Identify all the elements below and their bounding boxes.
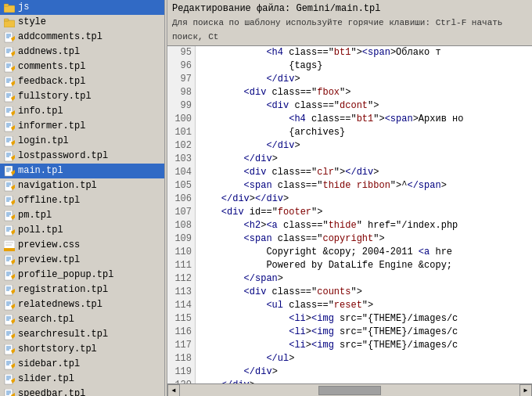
sidebar-item-js[interactable]: js <box>0 0 164 15</box>
line-number: 97 <box>171 73 192 86</box>
sidebar-item-comments-tpl[interactable]: comments.tpl <box>0 59 164 74</box>
sidebar-item-lostpassword-tpl[interactable]: lostpassword.tpl <box>0 149 164 164</box>
sidebar-item-addcomments-tpl[interactable]: addcomments.tpl <box>0 30 164 45</box>
code-line: </div> <box>199 73 529 86</box>
hscroll-track[interactable] <box>192 386 507 395</box>
sidebar-item-shortstory-tpl[interactable]: shortstory.tpl <box>0 342 164 357</box>
editor-hscroll[interactable]: ◀ ▶ <box>167 383 532 396</box>
editor-hint: Для поиска по шаблону используйте горячи… <box>172 16 527 44</box>
line-number: 115 <box>171 312 192 326</box>
code-line: <div class=="dcont"> <box>199 99 529 113</box>
sidebar-item-searchresult-tpl[interactable]: searchresult.tpl <box>0 327 164 342</box>
line-number: 113 <box>171 286 192 299</box>
sidebar-item-speedbar-tpl[interactable]: speedbar.tpl <box>0 387 164 396</box>
sidebar-item-label: fullstory.tpl <box>18 90 92 103</box>
sidebar-item-informer-tpl[interactable]: informer.tpl <box>0 119 164 134</box>
line-number: 114 <box>171 299 192 312</box>
line-number: 99 <box>171 99 192 113</box>
tpl-icon <box>3 225 16 236</box>
sidebar-item-search-tpl[interactable]: search.tpl <box>0 312 164 327</box>
sidebar-item-offline-tpl[interactable]: offline.tpl <box>0 193 164 208</box>
sidebar-item-navigation-tpl[interactable]: navigation.tpl <box>0 178 164 193</box>
sidebar-item-main-tpl[interactable]: main.tpl <box>0 164 164 178</box>
sidebar-item-label: feedback.tpl <box>18 75 85 88</box>
line-number: 101 <box>171 126 192 139</box>
tpl-icon <box>3 77 16 88</box>
sidebar-item-style[interactable]: style <box>0 15 164 30</box>
sidebar-item-fullstory-tpl[interactable]: fullstory.tpl <box>0 89 164 104</box>
code-line: </div> <box>199 365 529 379</box>
sidebar-item-label: addcomments.tpl <box>18 31 102 44</box>
tpl-icon <box>3 106 16 117</box>
tpl-icon <box>3 92 16 103</box>
sidebar-item-profile_popup-tpl[interactable]: profile_popup.tpl <box>0 268 164 283</box>
sidebar-item-addnews-tpl[interactable]: addnews.tpl <box>0 45 164 59</box>
code-line: {archives} <box>199 126 529 139</box>
sidebar-item-login-tpl[interactable]: login.tpl <box>0 134 164 149</box>
folder-icon <box>3 2 16 13</box>
code-line: <h4 class=="bt1"><span>Облако т <box>199 46 529 59</box>
code-line: <span class=="thide ribbon">^</span> <box>199 179 529 193</box>
tpl-icon <box>3 136 16 147</box>
line-number: 96 <box>171 59 192 73</box>
line-number: 103 <box>171 153 192 166</box>
line-number: 108 <box>171 219 192 232</box>
line-numbers: 9596979899100101102103104105106107108109… <box>167 46 196 383</box>
hscroll-left-btn[interactable]: ◀ <box>167 384 180 397</box>
sidebar-item-label: registration.tpl <box>18 283 108 297</box>
code-line: <div class=="fbox"> <box>199 86 529 99</box>
line-number: 107 <box>171 206 192 219</box>
sidebar-item-poll-tpl[interactable]: poll.tpl <box>0 223 164 238</box>
hscroll-thumb[interactable] <box>318 386 381 395</box>
sidebar-item-pm-tpl[interactable]: pm.tpl <box>0 208 164 223</box>
code-line: Copyright &copy; 2004-2011 <a hre <box>199 246 529 259</box>
code-line: <li><img src="{THEME}/images/c <box>199 326 529 339</box>
editor-area: Редактирование файла: Gemini/main.tpl Дл… <box>167 0 532 396</box>
sidebar-item-preview-css[interactable]: preview.css <box>0 238 164 253</box>
sidebar-item-label: pm.tpl <box>18 209 52 222</box>
line-number: 112 <box>171 272 192 286</box>
code-line: </div> <box>199 153 529 166</box>
code-line: </span> <box>199 272 529 286</box>
sidebar-item-feedback-tpl[interactable]: feedback.tpl <box>0 74 164 89</box>
tpl-icon <box>3 344 16 355</box>
sidebar-item-label: comments.tpl <box>18 60 85 74</box>
sidebar-item-label: profile_popup.tpl <box>18 268 113 282</box>
tpl-icon <box>3 389 16 397</box>
line-number: 100 <box>171 113 192 126</box>
sidebar-item-sidebar-tpl[interactable]: sidebar.tpl <box>0 357 164 372</box>
line-number: 104 <box>171 166 192 179</box>
line-number: 98 <box>171 86 192 99</box>
sidebar-item-label: info.tpl <box>18 105 63 118</box>
line-number: 102 <box>171 139 192 153</box>
sidebar-item-label: navigation.tpl <box>18 179 97 193</box>
line-number: 105 <box>171 179 192 193</box>
tpl-icon <box>3 315 16 326</box>
tpl-icon <box>3 151 16 162</box>
hscroll-right-btn[interactable]: ▶ <box>519 384 532 397</box>
sidebar-item-info-tpl[interactable]: info.tpl <box>0 104 164 119</box>
tpl-icon <box>3 374 16 385</box>
svg-rect-75 <box>4 248 15 251</box>
sidebar-item-label: lostpassword.tpl <box>18 149 108 163</box>
code-line: <div class=="counts"> <box>199 286 529 299</box>
sidebar-item-label: preview.tpl <box>18 254 80 267</box>
sidebar-item-preview-tpl[interactable]: preview.tpl <box>0 253 164 268</box>
sidebar-item-label: search.tpl <box>18 313 74 326</box>
code-line: <h4 class=="bt1"><span>Архив но <box>199 113 529 126</box>
tpl-icon <box>3 270 16 281</box>
sidebar-item-label: informer.tpl <box>18 120 85 133</box>
line-number: 117 <box>171 339 192 352</box>
code-area[interactable]: <h4 class=="bt1"><span>Облако т {tags} <… <box>196 46 532 383</box>
sidebar-item-label: login.tpl <box>18 135 69 148</box>
sidebar-item-relatednews-tpl[interactable]: relatednews.tpl <box>0 297 164 312</box>
sidebar-item-label: searchresult.tpl <box>18 328 108 341</box>
sidebar-list[interactable]: jsstyleaddcomments.tpladdnews.tplcomment… <box>0 0 164 396</box>
sidebar-wrapper: jsstyleaddcomments.tpladdnews.tplcomment… <box>0 0 164 396</box>
sidebar-item-slider-tpl[interactable]: slider.tpl <box>0 372 164 387</box>
css-icon <box>3 240 16 251</box>
sidebar-item-registration-tpl[interactable]: registration.tpl <box>0 283 164 297</box>
sidebar-item-label: offline.tpl <box>18 194 80 207</box>
folder-icon <box>3 17 16 28</box>
code-line: <span class=="copyright"> <box>199 232 529 246</box>
